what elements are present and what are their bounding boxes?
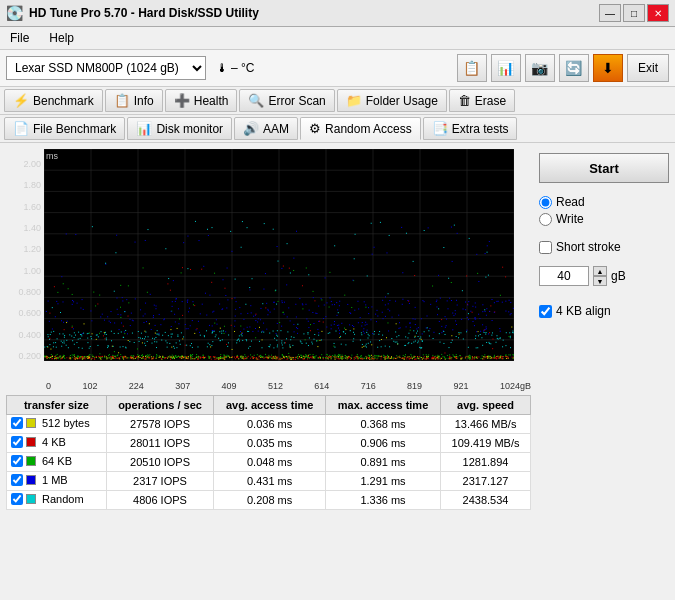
toolbar-btn-3[interactable]: 📷 [525, 54, 555, 82]
color-box-2 [26, 456, 36, 466]
cell-label-1: 4 KB [7, 434, 107, 453]
color-box-4 [26, 494, 36, 504]
table-row: 4 KB 28011 IOPS 0.035 ms 0.906 ms 109.41… [7, 434, 531, 453]
benchmark-icon: ⚡ [13, 93, 29, 108]
random-access-icon: ⚙ [309, 121, 321, 136]
chart-canvas [44, 149, 514, 361]
align-checkbox[interactable] [539, 305, 552, 318]
toolbar-btn-1[interactable]: 📋 [457, 54, 487, 82]
spinner-up[interactable]: ▲ [593, 266, 607, 276]
app-icon: 💽 [6, 5, 23, 21]
align-label: 4 KB align [556, 304, 611, 318]
col-transfer-size: transfer size [7, 396, 107, 415]
cell-avg-3: 0.431 ms [214, 472, 326, 491]
ms-label: ms [46, 151, 58, 161]
cell-ops-0: 27578 IOPS [106, 415, 214, 434]
tab-benchmark[interactable]: ⚡ Benchmark [4, 89, 103, 112]
stroke-spinner[interactable] [539, 266, 589, 286]
table-row: 1 MB 2317 IOPS 0.431 ms 1.291 ms 2317.12… [7, 472, 531, 491]
short-stroke-label: Short stroke [556, 240, 621, 254]
toolbar: Lexar SSD NM800P (1024 gB) 🌡 – °C 📋 📊 📷 … [0, 50, 675, 87]
radio-write-label: Write [556, 212, 584, 226]
radio-write[interactable] [539, 213, 552, 226]
cell-ops-4: 4806 IOPS [106, 491, 214, 510]
tab-health[interactable]: ➕ Health [165, 89, 238, 112]
x-label-1: 102 [82, 381, 97, 391]
cell-avg-1: 0.035 ms [214, 434, 326, 453]
spinner-row: ▲ ▼ gB [539, 266, 669, 286]
toolbar-btn-5[interactable]: ⬇ [593, 54, 623, 82]
app-title: HD Tune Pro 5.70 - Hard Disk/SSD Utility [29, 6, 599, 20]
menu-bar: File Help [0, 27, 675, 50]
cell-avg-2: 0.048 ms [214, 453, 326, 472]
x-label-0: 0 [46, 381, 51, 391]
toolbar-btn-4[interactable]: 🔄 [559, 54, 589, 82]
x-label-5: 512 [268, 381, 283, 391]
row-checkbox-1[interactable] [11, 436, 23, 448]
row-checkbox-3[interactable] [11, 474, 23, 486]
cell-ops-2: 20510 IOPS [106, 453, 214, 472]
y-label-3: 1.40 [23, 223, 41, 233]
tab-error-scan[interactable]: 🔍 Error Scan [239, 89, 334, 112]
x-label-7: 716 [361, 381, 376, 391]
drive-select[interactable]: Lexar SSD NM800P (1024 gB) [6, 56, 206, 80]
cell-max-4: 1.336 ms [325, 491, 440, 510]
x-label-8: 819 [407, 381, 422, 391]
close-button[interactable]: ✕ [647, 4, 669, 22]
cell-ops-1: 28011 IOPS [106, 434, 214, 453]
restore-button[interactable]: □ [623, 4, 645, 22]
color-box-0 [26, 418, 36, 428]
short-stroke-checkbox[interactable] [539, 241, 552, 254]
row-checkbox-4[interactable] [11, 493, 23, 505]
col-avg-speed: avg. speed [441, 396, 531, 415]
table-row: 512 bytes 27578 IOPS 0.036 ms 0.368 ms 1… [7, 415, 531, 434]
cell-speed-3: 2317.127 [441, 472, 531, 491]
info-icon: 📋 [114, 93, 130, 108]
tab-info[interactable]: 📋 Info [105, 89, 163, 112]
col-ops: operations / sec [106, 396, 214, 415]
menu-file[interactable]: File [6, 29, 33, 47]
exit-button[interactable]: Exit [627, 54, 669, 82]
y-label-2: 1.60 [23, 202, 41, 212]
tab-file-benchmark[interactable]: 📄 File Benchmark [4, 117, 125, 140]
x-label-6: 614 [314, 381, 329, 391]
health-icon: ➕ [174, 93, 190, 108]
tab-extra-tests[interactable]: 📑 Extra tests [423, 117, 518, 140]
right-panel: Start Read Write Short stroke ▲ ▼ gB [539, 149, 669, 510]
y-label-8: 0.400 [18, 330, 41, 340]
erase-icon: 🗑 [458, 93, 471, 108]
x-label-4: 409 [222, 381, 237, 391]
folder-usage-icon: 📁 [346, 93, 362, 108]
y-label-7: 0.600 [18, 308, 41, 318]
cell-max-0: 0.368 ms [325, 415, 440, 434]
cell-label-3: 1 MB [7, 472, 107, 491]
table-row: 64 KB 20510 IOPS 0.048 ms 0.891 ms 1281.… [7, 453, 531, 472]
start-button[interactable]: Start [539, 153, 669, 183]
menu-help[interactable]: Help [45, 29, 78, 47]
row-checkbox-0[interactable] [11, 417, 23, 429]
cell-speed-4: 2438.534 [441, 491, 531, 510]
radio-read[interactable] [539, 196, 552, 209]
cell-label-0: 512 bytes [7, 415, 107, 434]
row-label-3: 1 MB [42, 474, 68, 486]
tabs-row1: ⚡ Benchmark 📋 Info ➕ Health 🔍 Error Scan… [0, 87, 675, 115]
cell-avg-4: 0.208 ms [214, 491, 326, 510]
color-box-3 [26, 475, 36, 485]
extra-tests-icon: 📑 [432, 121, 448, 136]
tab-aam[interactable]: 🔊 AAM [234, 117, 298, 140]
y-label-6: 0.800 [18, 287, 41, 297]
tab-disk-monitor[interactable]: 📊 Disk monitor [127, 117, 232, 140]
cell-avg-0: 0.036 ms [214, 415, 326, 434]
toolbar-btn-2[interactable]: 📊 [491, 54, 521, 82]
spinner-down[interactable]: ▼ [593, 276, 607, 286]
row-checkbox-2[interactable] [11, 455, 23, 467]
row-label-1: 4 KB [42, 436, 66, 448]
cell-speed-2: 1281.894 [441, 453, 531, 472]
tab-folder-usage[interactable]: 📁 Folder Usage [337, 89, 447, 112]
tab-random-access[interactable]: ⚙ Random Access [300, 117, 421, 140]
minimize-button[interactable]: — [599, 4, 621, 22]
results-table: transfer size operations / sec avg. acce… [6, 395, 531, 510]
aam-icon: 🔊 [243, 121, 259, 136]
y-label-5: 1.00 [23, 266, 41, 276]
tab-erase[interactable]: 🗑 Erase [449, 89, 515, 112]
